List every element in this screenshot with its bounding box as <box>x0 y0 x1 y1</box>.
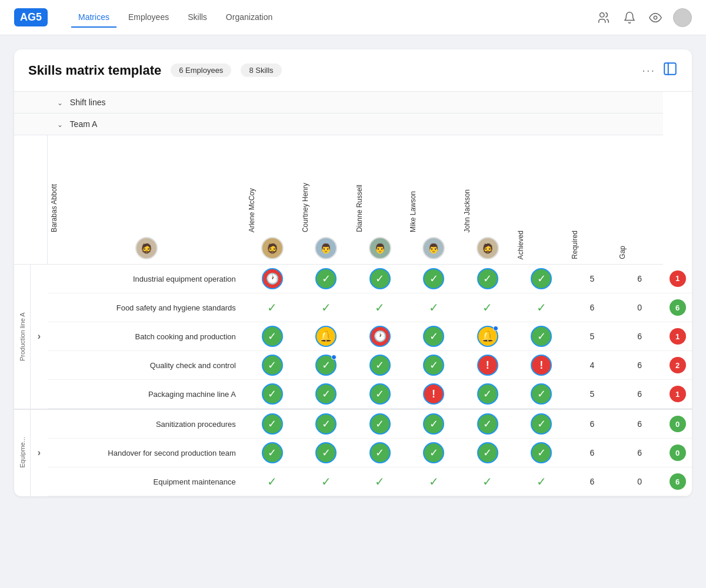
expand-button-0[interactable]: › <box>31 265 48 409</box>
expand-button-1[interactable]: › <box>31 409 48 496</box>
skill-cell[interactable]: ✓ <box>353 439 407 467</box>
group-label-shift-lines[interactable]: ⌄ Shift lines <box>48 92 663 113</box>
skill-cell[interactable]: ✓ <box>299 265 353 293</box>
skill-cell[interactable]: ✓ <box>353 265 407 293</box>
skill-icon-green-check[interactable]: ✓ <box>477 413 498 435</box>
skill-icon-green-check[interactable]: ✓ <box>477 383 498 405</box>
skill-cell[interactable]: ✓ <box>353 351 407 380</box>
skill-cell[interactable]: ✓ <box>514 467 568 496</box>
skill-cell[interactable]: ✓ <box>245 467 299 496</box>
skill-icon-green-check[interactable]: ✓ <box>262 355 283 376</box>
skill-cell[interactable]: ✓ <box>407 351 461 380</box>
nav-link-organization[interactable]: Organization <box>219 8 279 28</box>
skill-cell[interactable]: ! <box>461 351 515 380</box>
logo[interactable]: AG5 <box>14 8 48 26</box>
skill-cell[interactable]: ✓ <box>245 380 299 409</box>
skill-icon-green-check[interactable]: ✓ <box>423 413 444 435</box>
user-avatar[interactable] <box>673 8 692 27</box>
skill-icon-green-check[interactable]: ✓ <box>262 326 283 347</box>
skill-cell[interactable]: ✓ <box>514 439 568 467</box>
skill-icon-green-check[interactable]: ✓ <box>531 268 552 289</box>
skill-cell[interactable]: ✓ <box>245 351 299 380</box>
skill-cell[interactable]: ✓ <box>461 409 515 439</box>
skill-icon-green-check[interactable]: ✓ <box>531 383 552 405</box>
nav-link-matrices[interactable]: Matrices <box>71 8 116 28</box>
skill-cell[interactable]: ✓ <box>299 439 353 467</box>
skill-icon-red-clock[interactable]: 🕐 <box>262 268 283 289</box>
skill-icon-green-check[interactable]: ✓ <box>262 383 283 405</box>
nav-link-employees[interactable]: Employees <box>121 8 176 28</box>
skill-icon-check: ✓ <box>423 471 444 492</box>
skill-cell[interactable]: ✓ <box>461 293 515 322</box>
users-icon[interactable] <box>595 9 612 26</box>
skill-icon-green-check[interactable]: ✓ <box>315 383 337 405</box>
skill-cell[interactable]: ✓ <box>407 293 461 322</box>
skill-cell[interactable]: ! <box>407 380 461 409</box>
skill-cell[interactable]: 🕐 <box>245 265 299 293</box>
skill-cell[interactable]: ✓ <box>407 265 461 293</box>
skill-icon-red-exclaim[interactable]: ! <box>423 383 444 405</box>
skill-cell[interactable]: ✓ <box>353 380 407 409</box>
skill-cell[interactable]: ✓ <box>299 409 353 439</box>
skill-cell[interactable]: 🔔 <box>299 322 353 351</box>
skill-icon-green-check[interactable]: ✓ <box>531 326 552 347</box>
skill-icon-green-check[interactable]: ✓ <box>315 442 337 463</box>
skill-cell[interactable]: ✓ <box>407 439 461 467</box>
skill-icon-green-check[interactable]: ✓ <box>369 442 391 463</box>
skill-cell[interactable]: ✓ <box>407 409 461 439</box>
skill-cell[interactable]: ✓ <box>514 322 568 351</box>
skill-icon-green-check[interactable]: ✓ <box>369 413 391 435</box>
skill-cell[interactable]: 🔔 <box>461 322 515 351</box>
nav-link-skills[interactable]: Skills <box>181 8 214 28</box>
skill-icon-green-check[interactable]: ✓ <box>369 355 391 376</box>
skill-icon-green-check[interactable]: ✓ <box>423 268 444 289</box>
skill-icon-red-exclaim[interactable]: ! <box>531 355 552 376</box>
skill-cell[interactable]: ✓ <box>353 293 407 322</box>
skill-icon-green-check[interactable]: ✓ <box>477 442 498 463</box>
skill-icon-green-check[interactable]: ✓ <box>531 413 552 435</box>
skill-cell[interactable]: ✓ <box>514 293 568 322</box>
skill-cell[interactable]: ✓ <box>245 322 299 351</box>
skill-cell[interactable]: ✓ <box>245 293 299 322</box>
skill-icon-green-check[interactable]: ✓ <box>262 413 283 435</box>
skill-icon-green-check[interactable]: ✓ <box>315 268 337 289</box>
skill-icon-bell-dot[interactable]: 🔔 <box>477 326 498 347</box>
skill-cell[interactable]: ✓ <box>245 439 299 467</box>
more-options-button[interactable]: ··· <box>642 64 655 77</box>
skill-cell[interactable]: ✓ <box>299 380 353 409</box>
skill-icon-bell[interactable]: 🔔 <box>315 326 337 347</box>
bell-icon[interactable] <box>621 9 638 26</box>
skill-icon-red-clock[interactable]: 🕐 <box>369 326 391 347</box>
skill-icon-green-check-dot[interactable]: ✓ <box>315 355 337 376</box>
skill-icon-green-check[interactable]: ✓ <box>423 326 444 347</box>
skill-cell[interactable]: ✓ <box>299 351 353 380</box>
skill-icon-green-check[interactable]: ✓ <box>315 413 337 435</box>
skill-icon-green-check[interactable]: ✓ <box>477 268 498 289</box>
skill-icon-green-check[interactable]: ✓ <box>369 268 391 289</box>
skill-cell[interactable]: ✓ <box>461 380 515 409</box>
skill-icon-red-exclaim[interactable]: ! <box>477 355 498 376</box>
skill-cell[interactable]: ✓ <box>514 409 568 439</box>
eye-icon[interactable] <box>647 9 664 26</box>
skill-cell[interactable]: ✓ <box>461 467 515 496</box>
skill-cell[interactable]: ✓ <box>245 409 299 439</box>
skill-icon-green-check[interactable]: ✓ <box>423 442 444 463</box>
skill-cell[interactable]: ✓ <box>299 293 353 322</box>
skill-icon-green-check[interactable]: ✓ <box>262 442 283 463</box>
skill-icon-green-check[interactable]: ✓ <box>369 383 391 405</box>
skill-cell[interactable]: ! <box>514 351 568 380</box>
skill-cell[interactable]: ✓ <box>514 265 568 293</box>
skill-cell[interactable]: ✓ <box>407 322 461 351</box>
skill-cell[interactable]: ✓ <box>461 439 515 467</box>
skill-cell[interactable]: ✓ <box>461 265 515 293</box>
skill-icon-green-check[interactable]: ✓ <box>531 442 552 463</box>
panel-toggle-button[interactable] <box>662 61 678 79</box>
skill-cell[interactable]: ✓ <box>299 467 353 496</box>
skill-cell[interactable]: ✓ <box>514 380 568 409</box>
skill-icon-green-check[interactable]: ✓ <box>423 355 444 376</box>
group-label-team-a[interactable]: ⌄ Team A <box>48 113 663 135</box>
skill-cell[interactable]: 🕐 <box>353 322 407 351</box>
skill-cell[interactable]: ✓ <box>407 467 461 496</box>
skill-cell[interactable]: ✓ <box>353 467 407 496</box>
skill-cell[interactable]: ✓ <box>353 409 407 439</box>
